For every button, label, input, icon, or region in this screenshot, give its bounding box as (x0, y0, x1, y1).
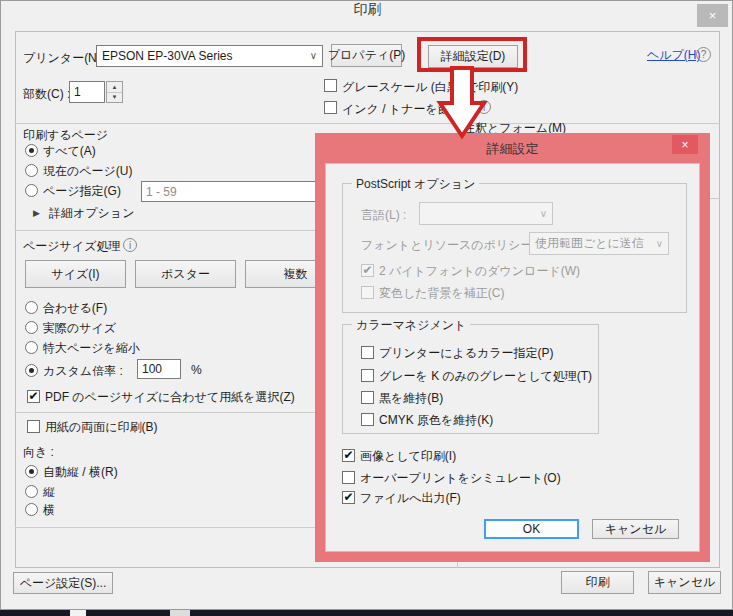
help-icon[interactable]: ? (696, 47, 711, 62)
print-to-file-checkbox[interactable]: ✔ (342, 491, 355, 504)
preserve-black-label: 黒を維持(B) (379, 391, 443, 405)
ok-button[interactable]: OK (484, 519, 579, 539)
duplex-label: 用紙の両面に印刷(B) (45, 420, 158, 434)
advanced-dialog-content: PostScript オプション 言語(L) : ∨ フォントとリソースのポリシ… (325, 163, 700, 552)
orientation-landscape-radio[interactable] (25, 503, 38, 516)
orientation-auto-label: 自動縦 / 横(R) (43, 465, 118, 479)
pages-all-label: すべて(A) (43, 144, 96, 158)
printer-color-label: プリンターによるカラー指定(P) (379, 346, 554, 360)
font-policy-value: 使用範囲ごとに送信 (535, 235, 644, 252)
actual-size-radio[interactable] (25, 321, 38, 334)
gray-as-k-checkbox[interactable] (361, 369, 374, 382)
check-icon: ✔ (343, 449, 353, 462)
size-button[interactable]: サイズ(I) (25, 260, 126, 288)
size-section-title: ページサイズ処理 (23, 239, 120, 253)
simulate-overprint-label: オーバープリントをシミュレート(O) (360, 471, 561, 485)
actual-size-label: 実際のサイズ (43, 321, 116, 335)
fix-background-checkbox (361, 286, 374, 299)
poster-button[interactable]: ポスター (135, 260, 236, 288)
advanced-dialog-title: 詳細設定 (315, 140, 710, 158)
expander-triangle-icon[interactable]: ▶ (33, 208, 40, 218)
copies-input[interactable] (69, 81, 105, 103)
shrink-oversized-label: 特大ページを縮小 (43, 341, 140, 355)
save-ink-checkbox[interactable] (324, 101, 337, 114)
printer-label: プリンター(N) : (23, 51, 107, 65)
pages-range-label: ページ指定(G) (43, 184, 121, 198)
preserve-cmyk-label: CMYK 原色を維持(K) (379, 413, 493, 427)
help-link[interactable]: ヘルプ(H) (647, 47, 701, 64)
print-button[interactable]: 印刷 (561, 571, 634, 594)
advanced-settings-dialog: 詳細設定 × PostScript オプション 言語(L) : ∨ フォントとリ… (315, 133, 710, 562)
pages-section-title: 印刷するページ (23, 128, 108, 142)
grayscale-checkbox[interactable] (324, 79, 337, 92)
duplex-checkbox[interactable] (27, 420, 40, 433)
orientation-auto-radio[interactable] (25, 465, 38, 478)
info-icon: i (123, 238, 137, 252)
download-2byte-checkbox: ✔ (361, 264, 374, 277)
grayscale-label: グレースケール (白黒) で印刷(Y) (342, 80, 518, 94)
check-icon: ✔ (362, 264, 372, 277)
page-setup-button[interactable]: ページ設定(S)... (13, 572, 113, 594)
check-icon: ✔ (28, 390, 38, 403)
language-label: 言語(L) : (361, 208, 406, 222)
printer-select[interactable]: EPSON EP-30VA Series ∨ (96, 45, 323, 67)
printer-color-checkbox[interactable] (361, 346, 374, 359)
check-icon: ✔ (343, 491, 353, 504)
language-select: ∨ (419, 202, 553, 225)
choose-paper-label: PDF のページサイズに合わせて用紙を選択(Z) (45, 390, 295, 404)
close-icon: × (709, 8, 717, 23)
custom-scale-label: カスタム倍率 : (43, 364, 123, 378)
pages-range-radio[interactable] (25, 184, 38, 197)
taskbar-strip (0, 610, 733, 616)
color-management-group-title: カラーマネジメント (352, 317, 470, 334)
postscript-group-title: PostScript オプション (352, 176, 479, 193)
percent-label: % (191, 363, 202, 377)
copies-label: 部数(C) : (23, 87, 70, 101)
pages-all-radio[interactable] (25, 144, 38, 157)
preserve-black-checkbox[interactable] (361, 391, 374, 404)
close-icon: × (681, 138, 688, 152)
pages-current-label: 現在のページ(U) (43, 164, 133, 178)
cancel-button[interactable]: キャンセル (648, 571, 721, 594)
properties-button[interactable]: プロパティ(P) (331, 44, 402, 67)
orientation-title: 向き : (23, 445, 54, 459)
separator (15, 123, 720, 124)
taskbar-icon-sliver (70, 610, 86, 616)
copies-stepper[interactable]: ▲ ▼ (106, 81, 123, 103)
print-as-image-label: 画像として印刷(I) (360, 449, 456, 463)
chevron-down-icon: ∨ (656, 239, 663, 249)
download-2byte-label: 2 バイトフォントのダウンロード(W) (379, 264, 580, 278)
chevron-down-icon: ∨ (540, 209, 547, 219)
gray-as-k-label: グレーを K のみのグレーとして処理(T) (379, 369, 592, 383)
print-to-file-label: ファイルへ出力(F) (360, 491, 461, 505)
more-options-label[interactable]: 詳細オプション (49, 206, 134, 220)
font-policy-label: フォントとリソースのポリシー(N) : (361, 238, 556, 252)
shrink-oversized-radio[interactable] (25, 341, 38, 354)
custom-scale-input[interactable] (137, 359, 181, 379)
simulate-overprint-checkbox[interactable] (342, 471, 355, 484)
spin-up-icon[interactable]: ▲ (107, 82, 122, 93)
spin-down-icon[interactable]: ▼ (107, 93, 122, 103)
window-title: 印刷 (1, 1, 733, 19)
fix-background-label: 変色した背景を補正(C) (379, 286, 505, 300)
print-as-image-checkbox[interactable]: ✔ (342, 449, 355, 462)
orientation-portrait-radio[interactable] (25, 485, 38, 498)
orientation-portrait-label: 縦 (43, 485, 55, 499)
orientation-landscape-label: 横 (43, 503, 55, 517)
red-arrow-annotation (436, 66, 488, 140)
chevron-down-icon: ∨ (310, 51, 317, 61)
choose-paper-checkbox[interactable]: ✔ (27, 390, 40, 403)
fit-label: 合わせる(F) (43, 301, 107, 315)
printer-select-value: EPSON EP-30VA Series (102, 49, 233, 63)
screenshot-root: 印刷 × プリンター(N) : EPSON EP-30VA Series ∨ プ… (0, 0, 733, 616)
fit-radio[interactable] (25, 301, 38, 314)
taskbar-icon-sliver (170, 610, 190, 616)
pages-current-radio[interactable] (25, 164, 38, 177)
dialog-cancel-button[interactable]: キャンセル (592, 519, 679, 539)
custom-scale-radio[interactable] (25, 364, 38, 377)
page-range-input[interactable] (141, 181, 324, 202)
advanced-dialog-close-button[interactable]: × (672, 135, 698, 154)
close-button[interactable]: × (697, 4, 728, 27)
preserve-cmyk-checkbox[interactable] (361, 413, 374, 426)
font-policy-select: 使用範囲ごとに送信 ∨ (529, 232, 669, 255)
